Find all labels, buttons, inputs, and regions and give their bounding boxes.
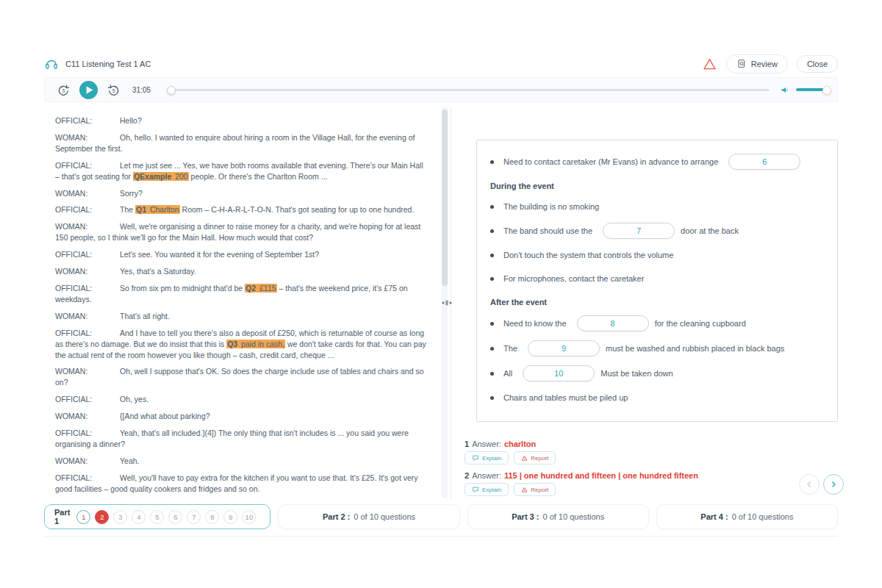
warning-icon[interactable] xyxy=(702,57,717,72)
panel-resize-handle[interactable] xyxy=(440,296,454,309)
question-panel: Need to contact caretaker (Mr Evans) in … xyxy=(462,107,838,498)
answer-buttons: ExplainReport xyxy=(465,451,838,465)
answer-item: 1Answer:charltonExplainReport xyxy=(465,440,838,465)
transcript-line: OFFICIAL:And I have to tell you there's … xyxy=(55,328,426,361)
prev-page-button[interactable] xyxy=(799,474,820,495)
svg-text:5: 5 xyxy=(112,87,115,93)
answer-line: 2Answer:115 | one hundred and fifteen | … xyxy=(465,471,838,480)
question-item: Chairs and tables must be piled up xyxy=(490,390,824,405)
close-button[interactable]: Close xyxy=(797,55,838,73)
question-circle-9[interactable]: 9 xyxy=(223,510,237,524)
speaker-label: OFFICIAL: xyxy=(55,160,120,171)
review-button[interactable]: Review xyxy=(726,54,788,74)
question-circle-5[interactable]: 5 xyxy=(150,510,164,524)
answer-blank-9[interactable]: 9 xyxy=(528,340,600,356)
transcript-text: people. Or there's the Charlton Room ... xyxy=(189,172,328,181)
transcript-line: OFFICIAL:Let me just see ... Yes, we hav… xyxy=(55,160,426,182)
bullet-dot xyxy=(490,347,494,351)
part1-questions: 12345678910 xyxy=(76,510,260,524)
question-text: must be washed and rubbish placed in bla… xyxy=(606,344,784,353)
question-item: All10Must be taken down xyxy=(490,365,824,381)
part-2-tab[interactable]: Part 2 : 0 of 10 questions xyxy=(278,504,459,529)
elapsed-time: 31:05 xyxy=(132,86,151,94)
volume-icon[interactable] xyxy=(780,85,791,96)
transcript-scrollbar-thumb[interactable] xyxy=(442,110,448,286)
bullet-dot xyxy=(490,160,494,164)
part-4-count: 0 of 10 questions xyxy=(732,512,794,521)
transcript-line: WOMAN:Yeah. xyxy=(55,456,426,467)
question-text: For microphones, contact the caretaker xyxy=(503,274,644,283)
bullet-dot xyxy=(490,322,494,326)
next-page-button[interactable] xyxy=(823,474,844,495)
bullet-dot xyxy=(490,372,494,376)
question-circle-10[interactable]: 10 xyxy=(242,510,256,524)
transcript-highlight: QExample xyxy=(133,172,172,181)
report-button[interactable]: Report xyxy=(514,483,556,496)
answer-blank-7[interactable]: 7 xyxy=(603,223,675,239)
speaker-label: WOMAN: xyxy=(55,411,120,422)
question-circle-1[interactable]: 1 xyxy=(76,510,90,524)
speaker-label: WOMAN: xyxy=(55,366,120,377)
transcript-highlight: paid in cash, xyxy=(238,340,285,348)
question-text: door at the back xyxy=(681,226,739,235)
review-icon xyxy=(736,59,747,69)
speaker-label: OFFICIAL: xyxy=(55,249,120,260)
play-button[interactable] xyxy=(79,80,98,100)
transcript-text: Room – C-H-A-R-L-T-O-N. That's got seati… xyxy=(180,205,415,214)
question-circle-7[interactable]: 7 xyxy=(187,510,201,524)
speaker-label: WOMAN: xyxy=(55,132,120,143)
question-item: The building is no smoking xyxy=(490,199,824,214)
volume-knob[interactable] xyxy=(822,86,831,95)
answer-blank-6[interactable]: 6 xyxy=(728,154,800,170)
explain-icon xyxy=(472,454,479,462)
svg-text:5: 5 xyxy=(62,87,65,93)
question-circle-2[interactable]: 2 xyxy=(95,510,109,524)
question-item: Need to contact caretaker (Mr Evans) in … xyxy=(490,154,824,170)
bullet-dot xyxy=(490,396,494,400)
answer-blank-10[interactable]: 10 xyxy=(523,365,595,381)
part-4-tab[interactable]: Part 4 : 0 of 10 questions xyxy=(656,504,838,529)
transcript-text: Yeah. xyxy=(120,456,139,465)
speaker-label: OFFICIAL: xyxy=(55,115,120,126)
question-text: Don't touch the system that controls the… xyxy=(503,251,673,259)
speaker-label: WOMAN: xyxy=(55,311,120,322)
question-circle-3[interactable]: 3 xyxy=(113,510,127,524)
transcript-text: Yes, that's a Saturday. xyxy=(120,267,196,276)
transcript-text: That's all right. xyxy=(120,312,170,320)
explain-button[interactable]: Explain xyxy=(465,451,509,465)
part-3-label: Part 3 : xyxy=(512,512,539,521)
report-button[interactable]: Report xyxy=(514,451,556,465)
speaker-label: WOMAN: xyxy=(55,456,120,467)
forward-5-icon[interactable]: 5 xyxy=(106,82,121,98)
part-1-label: Part 1 xyxy=(54,508,70,526)
speaker-label: WOMAN: xyxy=(55,266,120,277)
question-box: Need to contact caretaker (Mr Evans) in … xyxy=(476,140,838,422)
volume-slider[interactable] xyxy=(796,88,830,91)
progress-bar[interactable] xyxy=(167,89,770,91)
explain-button[interactable]: Explain xyxy=(465,483,509,496)
progress-knob[interactable] xyxy=(167,86,176,95)
answer-value: charlton xyxy=(504,440,536,448)
transcript-highlight: £115 xyxy=(257,284,277,293)
question-text: Must be taken down xyxy=(600,369,673,378)
transcript-line: WOMAN:Well, we're organising a dinner to… xyxy=(55,221,426,243)
transcript-line: WOMAN:Yes, that's a Saturday. xyxy=(55,266,426,277)
part-1-tab[interactable]: Part 1 12345678910 xyxy=(44,504,270,529)
answer-blank-8[interactable]: 8 xyxy=(577,315,649,331)
bullet-dot xyxy=(490,205,494,209)
question-circle-8[interactable]: 8 xyxy=(205,510,219,524)
question-text: The xyxy=(503,344,517,353)
question-circle-6[interactable]: 6 xyxy=(168,510,182,524)
transcript-line: WOMAN:Sorry? xyxy=(55,188,426,199)
transcript: OFFICIAL:Hello?WOMAN:Oh, hello. I wanted… xyxy=(44,107,441,498)
rewind-5-icon[interactable]: 5 xyxy=(56,82,71,98)
transcript-text: Sorry? xyxy=(120,189,143,198)
answer-value: 115 | one hundred and fifteen | one hund… xyxy=(504,471,698,480)
transcript-text: {[And what about parking? xyxy=(120,412,210,420)
explain-icon xyxy=(472,486,479,493)
speaker-label: WOMAN: xyxy=(55,188,120,199)
part-3-tab[interactable]: Part 3 : 0 of 10 questions xyxy=(467,504,649,529)
question-item: Don't touch the system that controls the… xyxy=(490,248,824,262)
part-2-count: 0 of 10 questions xyxy=(354,512,415,521)
question-circle-4[interactable]: 4 xyxy=(132,510,146,524)
